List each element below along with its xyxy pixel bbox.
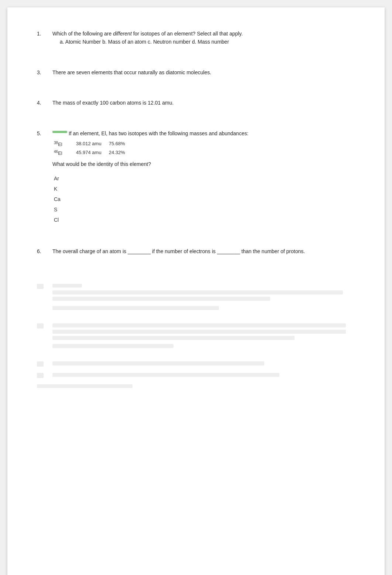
q4-text: The mass of exactly 100 carbon atoms is … [52,100,173,106]
q8-blurred [37,323,355,350]
question-5: 5. If an element, El, has two isotopes w… [37,129,355,225]
bottom-blurred-line [37,384,355,388]
q10-content [52,373,355,379]
question-3: 3. There are seven elements that occur n… [37,68,355,76]
q5-choice-ar: Ar [54,173,355,184]
q5-choice-s: S [54,204,355,215]
q7-blurred [37,284,355,312]
q8-line4 [52,344,173,348]
q7-num-box [37,284,44,289]
q5-iso2-abundance: 24.32% [109,149,125,157]
q5-iso1-label: 38El [54,140,69,149]
q3-number: 3. [37,68,48,76]
q3-text: There are seven elements that occur natu… [52,69,211,75]
q5-isotope-row-1: 38El 38.012 amu 75.68% [54,140,355,149]
question-1: 1. Which of the following are different … [37,30,355,46]
question-4: 4. The mass of exactly 100 carbon atoms … [37,99,355,107]
q5-iso2-mass: 45.974 amu [76,149,102,157]
q5-follow-text: What would be the identity of this eleme… [52,160,355,168]
q7-line3 [52,306,219,310]
q10-blurred [37,373,355,379]
q5-choices: Ar K Ca S Cl [54,173,355,225]
q9-blurred [37,361,355,368]
question-6: 6. The overall charge of an atom is ____… [37,247,355,255]
q5-choice-cl: Cl [54,215,355,225]
q9-line1 [52,361,264,365]
q1-italic: different [113,31,132,37]
q10-num-box [37,373,44,378]
q7-line2 [52,297,270,301]
q5-isotope-row-2: 46El 45.974 amu 24.32% [54,149,355,157]
q10-line1 [52,373,279,377]
q9-content [52,361,355,368]
q5-green-marker [52,131,67,133]
q7-title-blur [52,284,82,288]
q6-number: 6. [37,247,48,255]
q8-num-box [37,323,44,329]
q5-iso1-mass: 38.012 amu [76,140,102,149]
q5-choice-k: K [54,184,355,194]
q8-line3 [52,336,295,340]
q5-text: If an element, El, has two isotopes with… [69,130,248,136]
blurred-questions-area [37,278,355,396]
q1-text: Which of the following are different for… [52,31,243,37]
q1-number: 1. [37,30,48,38]
q7-content [52,284,355,312]
q5-choice-ca: Ca [54,194,355,204]
q8-line1 [52,323,346,327]
q5-iso1-abundance: 75.68% [109,140,125,149]
q6-text: The overall charge of an atom is _______… [52,248,305,254]
q5-isotope-table: 38El 38.012 amu 75.68% 46El 45.974 amu 2… [54,140,355,158]
q8-content [52,323,355,350]
q5-iso2-label: 46El [54,149,69,157]
q5-number: 5. [37,129,48,137]
bottom-line [37,384,133,388]
q9-num-box [37,361,44,367]
q4-number: 4. [37,99,48,107]
page: 1. Which of the following are different … [7,7,385,575]
q8-line2 [52,330,346,334]
q1-sub: a. Atomic Number b. Mass of an atom c. N… [60,38,355,46]
q7-line1 [52,290,343,295]
